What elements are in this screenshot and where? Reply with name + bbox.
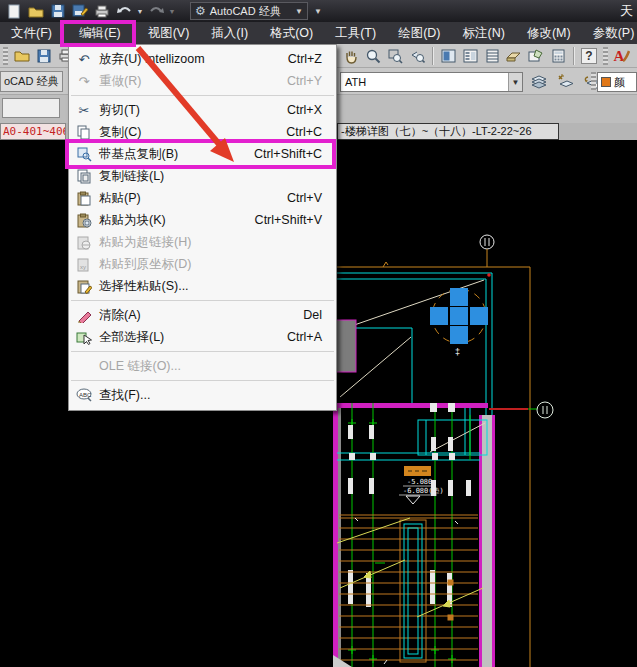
layer-value: ATH [345, 76, 366, 88]
blue-plus-marker: ‡ [430, 288, 488, 357]
save-icon[interactable] [33, 46, 55, 66]
help-icon: ? [581, 48, 597, 64]
save-button[interactable] [48, 2, 68, 20]
menu-item-select-all[interactable]: 全部选择(L) Ctrl+A [69, 326, 336, 348]
pan-icon[interactable] [340, 46, 362, 66]
toolbar-separator [432, 47, 433, 65]
save-as-button[interactable] [70, 2, 90, 20]
plot-button[interactable] [92, 2, 112, 20]
svg-text:xy: xy [80, 264, 86, 270]
undo-dropdown-caret[interactable]: ▼ [136, 2, 144, 20]
erase-icon [69, 308, 99, 323]
markup-set-manager-icon[interactable] [525, 46, 547, 66]
paste-original-coords-icon: xy [69, 257, 99, 272]
open-icon[interactable] [11, 46, 33, 66]
copy-link-icon [69, 169, 99, 184]
grid-bubble-right [537, 402, 553, 418]
zoom-window-icon[interactable] [384, 46, 406, 66]
menu-item-ole-links[interactable]: OLE 链接(O)... [69, 355, 336, 377]
color-label: 颜 [614, 75, 625, 90]
level-triangle-marker [406, 496, 420, 504]
drawing-tab-name-right[interactable]: -楼梯详图（七）~（十八）-LT-2-22~26 [337, 123, 559, 140]
undo-icon: ↶ [69, 52, 99, 67]
sheet-set-manager-icon[interactable] [503, 46, 525, 66]
designcenter-icon[interactable] [459, 46, 481, 66]
color-swatch [601, 77, 611, 87]
menu-separator [71, 380, 334, 381]
tool-palettes-icon[interactable] [481, 46, 503, 66]
properties-palette-icon[interactable] [437, 46, 459, 66]
toolbar-grip[interactable] [603, 47, 608, 65]
quick-access-toolbar: ▼ ▼ [0, 2, 176, 20]
workspace-dropdown[interactable]: ⚙ AutoCAD 经典 ▼ [190, 2, 308, 20]
menu-separator [71, 300, 334, 301]
marker-glyph: ‡ [455, 347, 460, 357]
undo-button[interactable] [114, 2, 134, 20]
chevron-down-icon[interactable]: ▼ [508, 73, 522, 91]
menu-item-paste[interactable]: 粘贴(P) Ctrl+V [69, 187, 336, 209]
color-dropdown[interactable]: 颜 [597, 72, 637, 92]
menu-file[interactable]: 文件(F) [0, 22, 63, 45]
partial-combo-box[interactable] [2, 98, 60, 118]
menu-item-paste-original-coords[interactable]: xy 粘贴到原坐标(D) [69, 253, 336, 275]
autocad-window: ▼ ▼ ⚙ AutoCAD 经典 ▼ ▼ 天 文件(F) 编辑(E) 视图(V)… [0, 0, 637, 667]
menu-item-paste-special[interactable]: 选择性粘贴(S)... [69, 275, 336, 297]
title-bar: ▼ ▼ ⚙ AutoCAD 经典 ▼ ▼ 天 [0, 0, 637, 22]
menu-parameters[interactable]: 参数(P) [582, 22, 637, 45]
redo-button[interactable] [146, 2, 166, 20]
make-layer-current-icon[interactable] [554, 72, 576, 92]
menu-dimension[interactable]: 标注(N) [452, 22, 516, 45]
copy-icon [69, 125, 99, 140]
toolbar-separator [573, 47, 574, 65]
layer-dropdown[interactable]: ATH ▼ [340, 72, 523, 92]
help-button[interactable]: ? [578, 46, 600, 66]
paste-as-hyperlink-icon [69, 235, 99, 250]
grid-bubble-top [480, 235, 494, 249]
redo-icon: ↷ [69, 74, 99, 89]
redo-dropdown-caret[interactable]: ▼ [168, 2, 176, 20]
open-file-button[interactable] [26, 2, 46, 20]
stair-direction-arrows [337, 518, 483, 617]
level-text-2: -6.080(垫) [403, 487, 444, 495]
level-annotation: -5.080 -6.080(垫) [399, 466, 444, 504]
workspace-label: AutoCAD 经典 [210, 4, 281, 19]
zoom-realtime-icon[interactable] [362, 46, 384, 66]
menu-item-erase[interactable]: 清除(A) Del [69, 304, 336, 326]
toolbar-grip[interactable] [591, 72, 596, 90]
drawing-tab-name-left[interactable]: A0-401~406- [0, 123, 66, 140]
red-node-dot [487, 273, 491, 277]
workspaces-combo-partial[interactable]: oCAD 经典 [0, 71, 63, 92]
zoom-previous-icon[interactable] [406, 46, 428, 66]
paste-special-icon [69, 279, 99, 294]
text-style-icon[interactable]: A [611, 46, 633, 66]
menu-format[interactable]: 格式(O) [259, 22, 324, 45]
menu-item-paste-as-hyperlink[interactable]: 粘贴为超链接(H) [69, 231, 336, 253]
menu-separator [71, 351, 334, 352]
find-icon: ABC [69, 388, 99, 402]
toolbar-grip[interactable] [3, 47, 8, 65]
menu-tools[interactable]: 工具(T) [324, 22, 387, 45]
svg-text:ABC: ABC [79, 392, 92, 398]
menu-modify[interactable]: 修改(M) [516, 22, 582, 45]
quickcalc-icon[interactable] [547, 46, 569, 66]
level-text-1: -5.080 [407, 478, 432, 486]
new-file-button[interactable] [4, 2, 24, 20]
menu-item-find[interactable]: ABC 查找(F)... [69, 384, 336, 406]
cut-icon: ✂ [69, 103, 99, 118]
gear-icon: ⚙ [195, 4, 206, 18]
paste-icon [69, 191, 99, 206]
annotation-arrow [100, 40, 260, 180]
title-right-text: 天 [620, 2, 637, 20]
paste-as-block-icon [69, 213, 99, 228]
select-all-icon [69, 330, 99, 345]
chevron-down-icon: ▼ [295, 7, 303, 16]
wall-tick-squares [349, 453, 455, 460]
stairwell [400, 520, 426, 662]
menu-item-paste-as-block[interactable]: 粘贴为块(K) Ctrl+Shift+V [69, 209, 336, 231]
menu-draw[interactable]: 绘图(D) [387, 22, 451, 45]
workspace-extra-caret[interactable]: ▼ [314, 7, 322, 16]
layer-properties-icon[interactable] [528, 72, 550, 92]
landing-diagonal [430, 423, 485, 452]
